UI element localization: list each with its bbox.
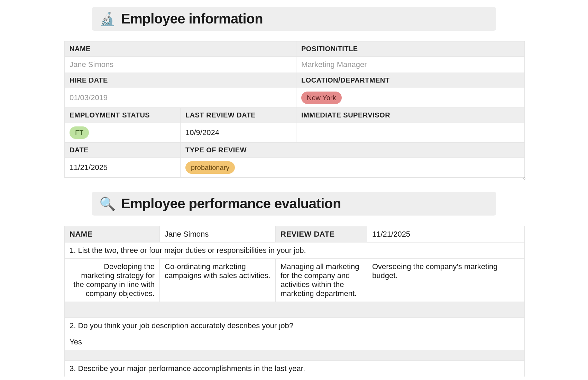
value-last-review[interactable]: 10/9/2024 [181, 123, 296, 143]
value-date[interactable]: 11/21/2025 [65, 158, 181, 178]
label-location: LOCATION/DEPARTMENT [296, 73, 525, 88]
value-name[interactable]: Jane Simons [65, 57, 296, 73]
section-header-employee-info: 🔬 Employee information [92, 7, 496, 31]
value-review-type-cell[interactable]: probationary [181, 158, 525, 178]
section-title-employee-info: Employee information [121, 11, 263, 27]
duty-2[interactable]: Co-ordinating marketing campaigns with s… [160, 259, 276, 302]
magnifier-icon: 🔍 [99, 197, 116, 210]
employee-info-table: NAME POSITION/TITLE Jane Simons Marketin… [64, 41, 524, 178]
duty-1[interactable]: Developing the marketing strategy for th… [65, 259, 160, 302]
duty-3[interactable]: Managing all marketing for the company a… [276, 259, 367, 302]
label-review-type: TYPE OF REVIEW [181, 143, 525, 158]
label-eval-name: NAME [65, 226, 160, 243]
question-1: 1. List the two, three or four major dut… [65, 243, 525, 259]
spacer-row [65, 350, 525, 361]
label-position: POSITION/TITLE [296, 41, 525, 57]
label-review-date: REVIEW DATE [276, 226, 367, 243]
employment-status-pill[interactable]: FT [70, 126, 89, 139]
duty-4[interactable]: Overseeing the company's marketing budge… [367, 259, 525, 302]
section-title-evaluation: Employee performance evaluation [121, 196, 341, 211]
value-position[interactable]: Marketing Manager [296, 57, 525, 73]
question-2: 2. Do you think your job description acc… [65, 318, 525, 334]
label-supervisor: IMMEDIATE SUPERVISOR [296, 108, 525, 123]
value-location-cell[interactable]: New York [296, 88, 525, 108]
spacer-row [65, 302, 525, 318]
label-name: NAME [65, 41, 296, 57]
location-pill[interactable]: New York [301, 92, 342, 104]
review-type-pill[interactable]: probationary [185, 161, 235, 174]
value-eval-name[interactable]: Jane Simons [160, 226, 276, 243]
value-employment-status-cell[interactable]: FT [65, 123, 181, 143]
evaluation-table: NAME Jane Simons REVIEW DATE 11/21/2025 … [64, 226, 524, 377]
question-3: 3. Describe your major performance accom… [65, 361, 525, 377]
value-review-date[interactable]: 11/21/2025 [367, 226, 525, 243]
value-supervisor[interactable] [296, 123, 525, 143]
label-employment-status: EMPLOYMENT STATUS [65, 108, 181, 123]
label-date: DATE [65, 143, 181, 158]
microscope-icon: 🔬 [99, 12, 116, 26]
label-last-review: LAST REVIEW DATE [181, 108, 296, 123]
value-hire-date[interactable]: 01/03/2019 [65, 88, 296, 108]
page: 🔬 Employee information NAME POSITION/TIT… [0, 0, 588, 377]
label-hire-date: HIRE DATE [65, 73, 296, 88]
section-header-evaluation: 🔍 Employee performance evaluation [92, 192, 496, 216]
answer-2[interactable]: Yes [65, 334, 525, 350]
resize-handle-icon[interactable] [521, 175, 526, 180]
